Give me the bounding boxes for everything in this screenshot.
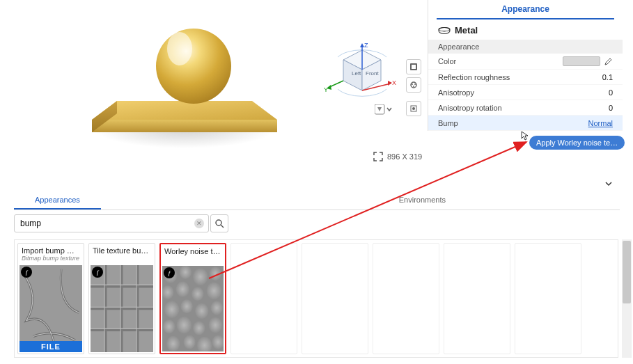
search-button[interactable] (210, 214, 228, 232)
prop-color[interactable]: Color (428, 54, 623, 70)
svg-point-59 (177, 317, 192, 334)
panel-collapse-toggle[interactable] (428, 180, 623, 190)
material-name: Metal (455, 25, 478, 35)
svg-point-61 (208, 317, 222, 333)
material-header: Metal (428, 19, 623, 40)
file-badge: FILE (19, 341, 82, 352)
svg-marker-1 (92, 101, 277, 120)
thumb-tile-texture[interactable]: Tile texture bu… f (88, 243, 155, 354)
color-swatch[interactable] (563, 56, 600, 66)
svg-marker-2 (92, 120, 277, 132)
svg-point-51 (176, 281, 190, 296)
svg-point-53 (207, 282, 222, 299)
section-header: Appearance (428, 40, 623, 54)
function-badge-icon: f (92, 267, 103, 278)
svg-point-54 (164, 301, 180, 318)
svg-point-52 (192, 287, 204, 301)
function-badge-icon: f (164, 267, 175, 278)
viewport-tool-3[interactable] (406, 101, 421, 116)
cube-face-front: Front (366, 70, 379, 77)
thumb-placeholder (230, 243, 297, 354)
thumb-placeholder (373, 243, 439, 354)
viewport-toolbar (406, 59, 421, 116)
drop-tooltip: Apply Worley noise te… (529, 136, 625, 150)
svg-point-58 (163, 319, 175, 333)
svg-point-63 (183, 335, 196, 349)
cursor-icon (521, 131, 531, 141)
svg-point-24 (412, 107, 415, 110)
svg-point-22 (413, 86, 414, 87)
scrollbar-thumb[interactable] (623, 241, 631, 303)
search-row: ✕ (14, 214, 228, 232)
tab-appearances[interactable]: Appearances (14, 191, 101, 209)
thumb-import-bump[interactable]: Import bump m… Bitmap bump texture f FIL… (17, 243, 84, 354)
prop-bump[interactable]: Bump Normal (428, 116, 623, 131)
appearance-panel: Appearance Metal Appearance Color Reflec… (428, 0, 623, 131)
material-icon (438, 26, 451, 35)
scrollbar-vertical[interactable] (622, 239, 632, 358)
chevron-down-icon (604, 180, 613, 188)
expand-icon (373, 152, 383, 161)
svg-point-57 (210, 301, 223, 315)
thumb-placeholder (302, 243, 368, 354)
bump-value-link[interactable]: Normal (588, 119, 613, 127)
view-cube[interactable]: Left Front Z X Y (324, 35, 400, 111)
axis-y-label: Y (324, 86, 328, 93)
search-input[interactable] (20, 215, 192, 232)
clear-search-button[interactable]: ✕ (194, 219, 204, 228)
axis-x-label: X (392, 79, 396, 86)
tab-environments[interactable]: Environments (378, 191, 467, 209)
pencil-icon[interactable] (604, 57, 613, 65)
search-input-wrapper: ✕ (14, 214, 209, 232)
panel-title: Appearance (437, 0, 614, 19)
viewport-tool-2[interactable] (406, 77, 421, 93)
viewport-tool-1[interactable] (406, 59, 421, 74)
thumb-worley-noise[interactable]: Worley noise te… f (159, 243, 226, 354)
render-mode-dropdown[interactable] (375, 104, 393, 118)
search-icon (214, 219, 224, 228)
svg-point-5 (167, 32, 192, 65)
viewport-dimensions: 896 X 319 (373, 152, 422, 161)
axis-z-label: Z (364, 42, 368, 49)
prop-roughness[interactable]: Reflection roughness 0.1 (428, 70, 623, 85)
function-badge-icon: f (21, 267, 32, 278)
svg-marker-16 (377, 107, 382, 111)
cube-face-left: Left (352, 70, 361, 77)
svg-rect-18 (412, 65, 416, 69)
svg-point-29 (216, 220, 221, 225)
svg-line-30 (221, 225, 224, 228)
svg-point-21 (414, 84, 416, 85)
svg-point-60 (193, 321, 205, 335)
svg-point-48 (193, 268, 208, 285)
svg-point-62 (166, 336, 180, 351)
svg-point-26 (439, 27, 450, 31)
svg-point-20 (412, 84, 413, 85)
thumb-placeholder (515, 243, 581, 354)
svg-point-55 (180, 299, 193, 313)
svg-point-4 (156, 29, 231, 104)
prop-anisotropy-rotation[interactable]: Anisotropy rotation 0 (428, 100, 623, 116)
thumb-placeholder (444, 243, 510, 354)
library-tabs: Appearances Environments (14, 191, 620, 210)
svg-point-49 (209, 267, 221, 280)
prop-anisotropy[interactable]: Anisotropy 0 (428, 85, 623, 100)
appearance-thumbnail-strip: Import bump m… Bitmap bump texture f FIL… (14, 239, 618, 358)
svg-point-56 (195, 303, 209, 319)
